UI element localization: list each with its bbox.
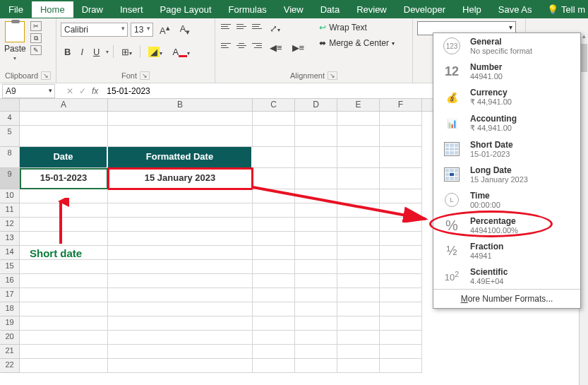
cell-E10[interactable] xyxy=(337,189,380,203)
orientation-button[interactable]: ⤢▾ xyxy=(266,21,284,36)
alignment-launcher[interactable]: ↘ xyxy=(328,71,337,80)
cell-E5[interactable] xyxy=(337,126,380,147)
cell-C8[interactable] xyxy=(253,147,295,168)
cell-D18[interactable] xyxy=(295,302,337,316)
cell-E16[interactable] xyxy=(337,274,380,288)
cell-A12[interactable] xyxy=(20,218,108,232)
cell-C16[interactable] xyxy=(253,274,295,288)
cell-D10[interactable] xyxy=(295,189,337,203)
tab-file[interactable]: File xyxy=(0,1,32,18)
tell-me[interactable]: 💡Tell m xyxy=(547,4,588,15)
align-middle-button[interactable] xyxy=(235,21,248,31)
scroll-thumb[interactable] xyxy=(581,44,587,72)
cancel-formula-button[interactable]: ✕ xyxy=(66,86,73,96)
cell-D4[interactable] xyxy=(295,112,337,126)
cell-B17[interactable] xyxy=(108,288,253,302)
decrease-indent-button[interactable]: ◀≡ xyxy=(266,40,286,55)
cell-A21[interactable] xyxy=(20,345,108,359)
font-launcher[interactable]: ↘ xyxy=(140,71,150,80)
number-format-fraction[interactable]: ½Fraction44941 xyxy=(433,238,580,263)
cell-B14[interactable] xyxy=(108,246,253,260)
column-header-C[interactable]: C xyxy=(253,99,295,111)
tab-formulas[interactable]: Formulas xyxy=(220,1,275,18)
cell-E14[interactable] xyxy=(337,246,380,260)
cell-C5[interactable] xyxy=(253,126,295,147)
cell-F16[interactable] xyxy=(380,274,422,288)
cell-E9[interactable] xyxy=(337,168,380,189)
cell-E4[interactable] xyxy=(337,112,380,126)
row-header-9[interactable]: 9 xyxy=(0,168,20,189)
cell-F11[interactable] xyxy=(380,203,422,218)
copy-button[interactable]: ⧉ xyxy=(30,33,42,43)
tab-draw[interactable]: Draw xyxy=(73,1,112,18)
more-number-formats[interactable]: More Number Formats... xyxy=(433,289,580,308)
cell-A9[interactable]: 15-01-2023 xyxy=(20,168,108,189)
font-color-button[interactable]: A▾ xyxy=(169,45,193,59)
format-painter-button[interactable]: ✎ xyxy=(30,45,42,55)
cell-B20[interactable] xyxy=(108,331,253,345)
cell-F19[interactable] xyxy=(380,316,422,331)
tab-review[interactable]: Review xyxy=(348,1,395,18)
number-format-number[interactable]: 12Number44941.00 xyxy=(433,59,580,84)
cell-F17[interactable] xyxy=(380,288,422,302)
cell-A15[interactable] xyxy=(20,260,108,274)
paste-button[interactable]: Paste ▾ xyxy=(4,21,26,61)
column-header-D[interactable]: D xyxy=(295,99,337,111)
row-header-5[interactable]: 5 xyxy=(0,126,20,147)
cell-E17[interactable] xyxy=(337,288,380,302)
cell-B13[interactable] xyxy=(108,232,253,246)
cell-A18[interactable] xyxy=(20,302,108,316)
cell-E11[interactable] xyxy=(337,203,380,218)
align-right-button[interactable] xyxy=(251,40,263,50)
cell-D21[interactable] xyxy=(295,345,337,359)
merge-center-button[interactable]: ⬌Merge & Center▾ xyxy=(318,37,396,49)
row-header-16[interactable]: 16 xyxy=(0,274,20,288)
cell-A5[interactable] xyxy=(20,126,108,147)
cell-C13[interactable] xyxy=(253,232,295,246)
cell-D11[interactable] xyxy=(295,203,337,218)
cell-E12[interactable] xyxy=(337,218,380,232)
name-box[interactable]: A9 xyxy=(2,84,55,98)
cell-C12[interactable] xyxy=(253,218,295,232)
number-format-long-date[interactable]: Long Date15 January 2023 xyxy=(433,162,580,187)
cell-D17[interactable] xyxy=(295,288,337,302)
cut-button[interactable]: ✂ xyxy=(30,21,42,31)
cell-C20[interactable] xyxy=(253,331,295,345)
increase-indent-button[interactable]: ▶≡ xyxy=(289,40,308,55)
cell-D5[interactable] xyxy=(295,126,337,147)
cell-A11[interactable] xyxy=(20,203,108,218)
increase-font-button[interactable]: A▴ xyxy=(156,21,174,38)
cell-F10[interactable] xyxy=(380,189,422,203)
cell-F8[interactable] xyxy=(380,147,422,168)
cell-F5[interactable] xyxy=(380,126,422,147)
fx-icon[interactable]: fx xyxy=(92,86,98,96)
underline-button[interactable]: U xyxy=(90,45,103,59)
row-header-14[interactable]: 14 xyxy=(0,246,20,260)
cell-C18[interactable] xyxy=(253,302,295,316)
cell-A22[interactable] xyxy=(20,359,108,373)
tab-insert[interactable]: Insert xyxy=(112,1,152,18)
cell-E18[interactable] xyxy=(337,302,380,316)
row-header-18[interactable]: 18 xyxy=(0,302,20,316)
cell-C11[interactable] xyxy=(253,203,295,218)
cell-C22[interactable] xyxy=(253,359,295,373)
tab-view[interactable]: View xyxy=(275,1,312,18)
cell-F4[interactable] xyxy=(380,112,422,126)
cell-C10[interactable] xyxy=(253,189,295,203)
cell-D9[interactable] xyxy=(295,168,337,189)
cell-B8[interactable]: Formatted Date xyxy=(108,147,253,168)
row-header-17[interactable]: 17 xyxy=(0,288,20,302)
cell-D15[interactable] xyxy=(295,260,337,274)
cell-F22[interactable] xyxy=(380,359,422,373)
tab-developer[interactable]: Developer xyxy=(395,1,454,18)
row-header-21[interactable]: 21 xyxy=(0,345,20,359)
font-size-combo[interactable]: 13 xyxy=(131,23,153,37)
number-format-currency[interactable]: 💰Currency₹ 44,941.00 xyxy=(433,84,580,110)
tab-data[interactable]: Data xyxy=(312,1,348,18)
cell-C15[interactable] xyxy=(253,260,295,274)
row-header-11[interactable]: 11 xyxy=(0,203,20,218)
tab-page-layout[interactable]: Page Layout xyxy=(152,1,220,18)
cell-F12[interactable] xyxy=(380,218,422,232)
cell-D16[interactable] xyxy=(295,274,337,288)
cell-C19[interactable] xyxy=(253,316,295,331)
